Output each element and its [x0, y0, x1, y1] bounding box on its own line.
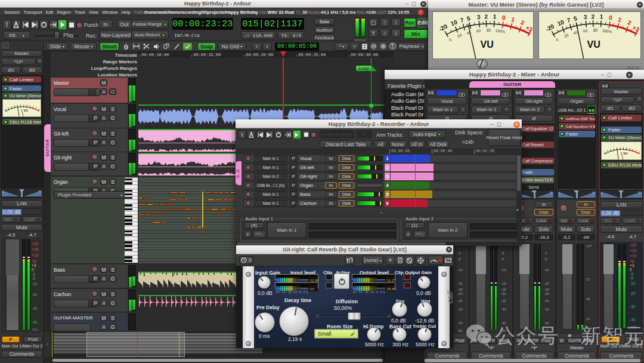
svg-text:VU: VU — [481, 39, 494, 50]
svg-text:-11.27: -11.27 — [386, 279, 396, 282]
svg-text:80: 80 — [593, 28, 598, 32]
svg-text:2: 2 — [484, 13, 488, 20]
svg-text:-25.86: -25.86 — [386, 287, 396, 291]
svg-text:-11.98: -11.98 — [309, 279, 319, 282]
svg-text:60: 60 — [476, 29, 481, 33]
svg-text:-inf: -inf — [309, 287, 314, 291]
svg-text:60: 60 — [583, 29, 588, 33]
svg-text:VU: VU — [623, 152, 627, 155]
svg-text:2: 2 — [591, 13, 595, 20]
svg-text:80: 80 — [487, 28, 491, 32]
svg-text:VU: VU — [587, 39, 600, 50]
svg-text:VU: VU — [24, 109, 28, 112]
